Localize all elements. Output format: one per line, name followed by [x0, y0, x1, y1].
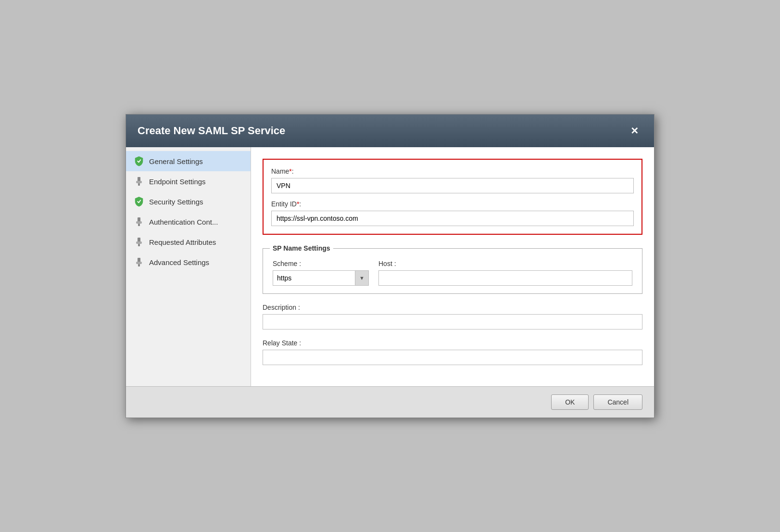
dialog-title: Create New SAML SP Service [138, 125, 285, 137]
host-label: Host : [378, 260, 632, 267]
entity-id-label: Entity ID*: [271, 200, 634, 208]
svg-rect-2 [138, 183, 140, 186]
plug-icon-auth [134, 216, 144, 227]
cancel-button[interactable]: Cancel [593, 394, 642, 410]
sp-name-settings-legend: SP Name Settings [270, 244, 333, 252]
sidebar-label-general-settings: General Settings [149, 157, 203, 165]
relay-state-area: Relay State : [263, 339, 642, 365]
svg-rect-11 [138, 264, 140, 266]
scheme-host-row: Scheme : https http Host : [273, 260, 632, 286]
dialog-header: Create New SAML SP Service ✕ [126, 114, 654, 147]
scheme-select[interactable]: https http [273, 271, 368, 285]
plug-icon-requested [134, 237, 144, 247]
sidebar: General Settings Endpoint Settings [126, 147, 251, 386]
relay-state-label: Relay State : [263, 339, 642, 347]
create-saml-sp-dialog: Create New SAML SP Service ✕ General Set… [126, 114, 654, 418]
name-entityid-group: Name*: Entity ID*: [263, 159, 642, 235]
svg-rect-7 [136, 241, 142, 244]
plug-icon-endpoint [134, 176, 144, 187]
scheme-select-wrapper[interactable]: https http [273, 270, 369, 286]
sidebar-item-authentication-cont[interactable]: Authentication Cont... [126, 212, 251, 232]
scheme-field: Scheme : https http [273, 260, 369, 286]
green-shield-icon [134, 156, 144, 166]
name-label: Name*: [271, 167, 634, 175]
svg-rect-1 [136, 181, 142, 183]
description-label: Description : [263, 304, 642, 311]
name-input[interactable] [271, 178, 634, 193]
sidebar-label-security-settings: Security Settings [149, 198, 203, 206]
plug-icon-advanced [134, 257, 144, 267]
sidebar-label-auth-cont: Authentication Cont... [149, 218, 218, 226]
relay-state-input[interactable] [263, 350, 642, 365]
green-shield-icon-security [134, 196, 144, 207]
sidebar-label-advanced-settings: Advanced Settings [149, 258, 209, 266]
host-field: Host : [378, 260, 632, 286]
sidebar-item-advanced-settings[interactable]: Advanced Settings [126, 252, 251, 272]
description-input[interactable] [263, 314, 642, 329]
svg-rect-8 [138, 244, 140, 246]
ok-button[interactable]: OK [551, 394, 589, 410]
description-area: Description : [263, 304, 642, 329]
sidebar-item-general-settings[interactable]: General Settings [126, 151, 251, 171]
svg-rect-10 [136, 262, 142, 264]
scheme-label: Scheme : [273, 260, 369, 267]
sidebar-label-endpoint-settings: Endpoint Settings [149, 177, 206, 186]
close-button[interactable]: ✕ [627, 123, 642, 139]
sidebar-item-security-settings[interactable]: Security Settings [126, 191, 251, 212]
sidebar-item-requested-attributes[interactable]: Requested Attributes [126, 232, 251, 252]
entity-id-input[interactable] [271, 211, 634, 226]
sidebar-item-endpoint-settings[interactable]: Endpoint Settings [126, 171, 251, 191]
sp-name-settings-group: SP Name Settings Scheme : https http [263, 244, 642, 294]
svg-rect-5 [138, 224, 140, 226]
dialog-footer: OK Cancel [126, 386, 654, 418]
host-input[interactable] [378, 270, 632, 286]
dialog-body: General Settings Endpoint Settings [126, 147, 654, 386]
sidebar-label-requested-attributes: Requested Attributes [149, 238, 216, 246]
main-content: Name*: Entity ID*: SP Name Settings Sche… [251, 147, 654, 386]
svg-rect-4 [136, 221, 142, 224]
